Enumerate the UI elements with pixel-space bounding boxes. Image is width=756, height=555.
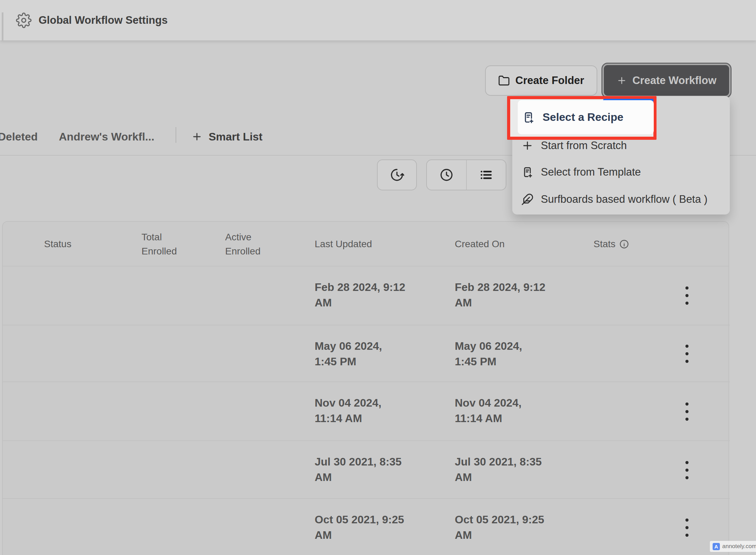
row-actions-menu[interactable] — [679, 325, 695, 382]
file-plus-icon — [522, 111, 535, 124]
create-folder-label: Create Folder — [515, 74, 584, 87]
history-button[interactable] — [377, 159, 417, 190]
kebab-icon — [685, 345, 689, 363]
tab-deleted[interactable]: Deleted — [0, 125, 38, 148]
tabs-divider — [176, 127, 176, 143]
created-on-cell: Nov 04 2024,11:14 AM — [455, 395, 599, 426]
plus-icon — [521, 139, 534, 152]
menu-item-label: Select a Recipe — [543, 111, 623, 124]
column-header-total-enrolled[interactable]: Total Enrolled — [141, 230, 177, 258]
created-on-cell: Feb 28 2024, 9:12AM — [455, 280, 599, 311]
menu-item-start-from-scratch[interactable]: Start from Scratch — [521, 139, 627, 153]
menu-item-select-a-recipe[interactable]: Select a Recipe — [518, 100, 654, 134]
table-row[interactable]: May 06 2024,1:45 PM May 06 2024,1:45 PM — [3, 325, 730, 382]
annotely-logo-icon: A — [713, 543, 720, 550]
row-actions-menu[interactable] — [679, 441, 695, 499]
clock-icon — [439, 168, 454, 182]
kebab-icon — [685, 402, 689, 421]
kebab-icon — [685, 519, 689, 537]
menu-item-surfboards-workflow[interactable]: Surfboards based workflow ( Beta ) — [521, 192, 707, 206]
menu-item-label: Surfboards based workflow ( Beta ) — [541, 193, 707, 206]
last-updated-cell: Jul 30 2021, 8:35AM — [315, 454, 459, 485]
menu-item-label: Start from Scratch — [541, 139, 627, 152]
row-actions-menu[interactable] — [679, 382, 695, 441]
create-workflow-button[interactable]: Create Workflow — [601, 63, 732, 98]
last-updated-cell: Feb 28 2024, 9:12AM — [315, 280, 459, 311]
list-view-button[interactable] — [466, 160, 506, 190]
add-smart-list-button[interactable]: Smart List — [191, 125, 262, 148]
last-updated-cell: Oct 05 2021, 9:25AM — [315, 512, 459, 543]
tab-andrews-workflows[interactable]: Andrew's Workfl... — [59, 125, 154, 148]
column-header-stats[interactable]: Stats — [594, 237, 629, 251]
menu-item-label: Select from Template — [541, 166, 641, 178]
file-plus-icon — [521, 166, 534, 178]
last-updated-cell: Nov 04 2024,11:14 AM — [315, 395, 459, 426]
info-icon[interactable] — [619, 239, 629, 249]
column-header-created-on[interactable]: Created On — [455, 237, 505, 251]
row-actions-menu[interactable] — [679, 499, 695, 555]
workflows-table: Status Total Enrolled Active Enrolled La… — [2, 221, 729, 555]
create-workflow-label: Create Workflow — [632, 74, 716, 87]
table-row[interactable]: Jul 30 2021, 8:35AM Jul 30 2021, 8:35AM — [3, 440, 730, 499]
list-icon — [479, 168, 493, 182]
created-on-cell: Jul 30 2021, 8:35AM — [455, 454, 599, 485]
created-on-cell: May 06 2024,1:45 PM — [455, 338, 599, 369]
feather-icon — [521, 193, 534, 206]
row-actions-menu[interactable] — [679, 266, 695, 325]
column-header-active-enrolled[interactable]: Active Enrolled — [225, 230, 261, 258]
annotely-watermark: A annotely.com — [710, 541, 756, 552]
column-header-last-updated[interactable]: Last Updated — [315, 237, 372, 251]
table-header-row: Status Total Enrolled Active Enrolled La… — [3, 222, 728, 266]
time-view-button[interactable] — [427, 160, 466, 190]
gear-icon[interactable] — [16, 12, 32, 28]
column-header-status[interactable]: Status — [44, 237, 71, 251]
last-updated-cell: May 06 2024,1:45 PM — [315, 338, 459, 369]
kebab-icon — [685, 461, 689, 479]
created-on-cell: Oct 05 2021, 9:25AM — [455, 512, 599, 543]
folder-icon — [498, 75, 510, 86]
workflow-settings-page: Global Workflow Settings Create Folder C… — [0, 0, 756, 555]
table-row[interactable]: Oct 05 2021, 9:25AM Oct 05 2021, 9:25AM — [3, 498, 730, 555]
view-toggle-group — [426, 159, 506, 190]
smart-list-label: Smart List — [209, 130, 262, 143]
page-title: Global Workflow Settings — [39, 0, 168, 41]
kebab-icon — [685, 286, 689, 305]
table-row[interactable]: Feb 28 2024, 9:12AM Feb 28 2024, 9:12AM — [3, 266, 730, 325]
history-clock-icon — [390, 168, 404, 182]
plus-icon — [617, 75, 627, 86]
plus-icon — [191, 131, 202, 142]
top-header-bar: Global Workflow Settings — [0, 0, 756, 41]
menu-item-select-from-template[interactable]: Select from Template — [521, 165, 641, 179]
header-left-divider — [2, 12, 3, 41]
create-folder-button[interactable]: Create Folder — [485, 65, 597, 96]
annotely-brand-label: annotely.com — [722, 543, 756, 550]
table-row[interactable]: Nov 04 2024,11:14 AM Nov 04 2024,11:14 A… — [3, 381, 730, 441]
